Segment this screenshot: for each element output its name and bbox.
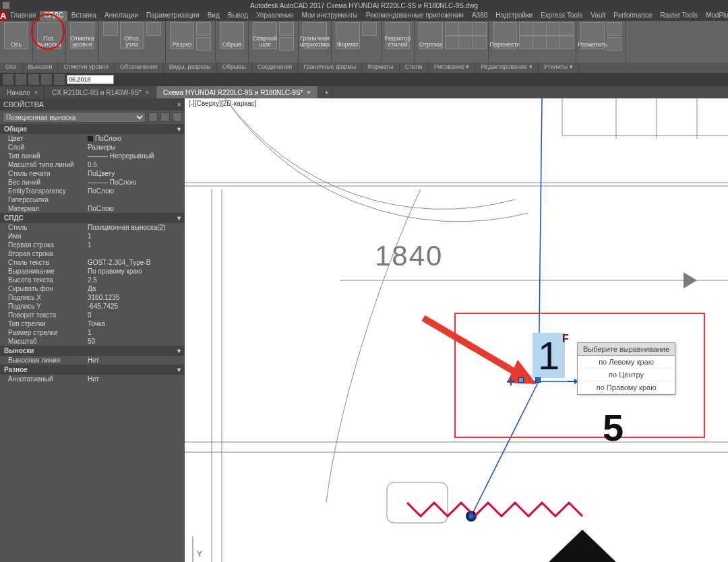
app-logo[interactable]: A [0, 11, 6, 21]
prop-row[interactable]: Подпись X3160.1235 [0, 293, 185, 302]
ribbon-tab-16[interactable]: ModPlus ЕСКД [702, 11, 728, 21]
break-button[interactable]: Обрыв [220, 22, 244, 49]
ribbon-group-3[interactable]: Обозначения [115, 63, 164, 73]
ribbon-group-11[interactable]: Редактирование ▾ [475, 63, 538, 73]
ribbon-group-4[interactable]: Виды, разрезы [164, 63, 217, 73]
qa-2[interactable] [16, 74, 26, 85]
prop-row[interactable]: Масштаб50 [0, 337, 185, 346]
ribbon-tab-2[interactable]: Вставка [67, 11, 100, 21]
ribbon-tab-10[interactable]: A360 [468, 11, 491, 21]
prop-row[interactable]: Подпись Y-645.7425 [0, 302, 185, 311]
doc-tab-0[interactable]: Начало× [0, 86, 45, 98]
prop-row[interactable]: Высота текста2.5 [0, 276, 185, 284]
pickset-icon[interactable] [160, 113, 170, 122]
ribbon-tab-12[interactable]: Express Tools [537, 11, 586, 21]
grip-plus[interactable] [507, 376, 515, 388]
grip-center[interactable] [535, 377, 541, 383]
draw-f[interactable] [472, 36, 487, 49]
prop-row[interactable]: Выносная линияНет [0, 356, 185, 365]
draw-c[interactable] [472, 22, 487, 36]
grip-left[interactable] [518, 377, 524, 383]
quick-select-icon[interactable] [148, 113, 158, 122]
context-menu-item-0[interactable]: по Левому краю [578, 356, 675, 369]
context-menu-item-2[interactable]: по Правому краю [578, 381, 675, 394]
ed-b[interactable] [533, 22, 547, 36]
section-button[interactable]: Разрез [170, 22, 194, 49]
move-button[interactable]: Перенести [493, 22, 517, 49]
ribbon-tab-7[interactable]: Управление [252, 11, 298, 21]
prop-row[interactable]: СтильПозиционная выноска(2) [0, 223, 185, 232]
grip-endpoint[interactable] [468, 513, 474, 519]
prop-row[interactable]: EntityTransparencyПоСлою [0, 187, 185, 195]
prop-row[interactable]: Имя1 [0, 232, 185, 241]
prop-row[interactable]: Тип стрелкиТочка [0, 319, 185, 328]
prop-section[interactable]: СПДС▾ [0, 213, 185, 223]
prop-section[interactable]: Разное▾ [0, 365, 185, 375]
draw-b[interactable] [458, 22, 473, 36]
close-tab-icon[interactable]: × [146, 89, 149, 96]
marking-button[interactable]: Разметить [580, 22, 605, 49]
object-type-dropdown[interactable]: Позиционная выноска [3, 112, 146, 123]
prop-row[interactable]: Стиль печатиПоЦвету [0, 169, 185, 178]
ed-g[interactable] [546, 36, 561, 49]
ribbon-group-9[interactable]: Стили [400, 63, 429, 73]
ribbon-small-4[interactable] [196, 37, 211, 51]
ribbon-group-6[interactable]: Соединения [252, 63, 298, 73]
qa-1[interactable] [3, 74, 13, 85]
prop-row[interactable]: Скрывать фонДа [0, 284, 185, 293]
qa-4[interactable] [41, 74, 52, 85]
format-button[interactable]: Формат [336, 22, 360, 49]
ribbon-group-10[interactable]: Рисование ▾ [429, 63, 476, 73]
leader-text[interactable]: 1 [533, 333, 565, 378]
ribbon-group-5[interactable]: Обрывы [217, 63, 252, 73]
context-menu-item-1[interactable]: по Центру [578, 369, 675, 381]
ed-d[interactable] [559, 22, 574, 36]
ribbon-tab-5[interactable]: Вид [204, 11, 224, 21]
ribbon-small-6[interactable] [279, 37, 294, 51]
draw-d[interactable] [445, 36, 460, 49]
prop-row[interactable]: ЦветПоСлою [0, 134, 185, 143]
prop-row[interactable]: Тип линий——— Непрерывный [0, 152, 185, 160]
prop-row[interactable]: Вторая строка [0, 249, 185, 258]
ribbon-tab-15[interactable]: Raster Tools [657, 11, 702, 21]
weld-button[interactable]: Сварной шов [253, 22, 277, 49]
hatch-button[interactable]: Граничная штриховка [303, 22, 327, 49]
draw-e[interactable] [458, 36, 473, 49]
ribbon-tab-11[interactable]: Надстройки [491, 11, 537, 21]
ribbon-tab-6[interactable]: Вывод [224, 11, 252, 21]
qa-3[interactable] [28, 74, 39, 85]
ed-c[interactable] [546, 22, 561, 36]
close-icon[interactable]: × [177, 100, 181, 108]
prop-row[interactable]: СлойРазмеры [0, 143, 185, 152]
prop-row[interactable]: ВыравниваниеПо правому краю [0, 267, 185, 276]
prop-row[interactable]: АннотативныйНет [0, 375, 185, 383]
close-tab-icon[interactable]: × [307, 89, 311, 96]
ribbon-small-1[interactable] [103, 22, 118, 36]
doc-tab-1[interactable]: CX R210LC-9S и R140W-9S*× [45, 86, 156, 98]
ribbon-tab-4[interactable]: Параметризация [142, 11, 204, 21]
prop-row[interactable]: Размер стрелки1 [0, 328, 185, 337]
prop-row[interactable]: Гиперссылка [0, 195, 185, 204]
util-a[interactable] [607, 22, 621, 36]
qa-5[interactable] [54, 74, 65, 85]
ribbon-group-0[interactable]: Оси [0, 63, 23, 73]
ribbon-tab-14[interactable]: Performance [609, 11, 656, 21]
layer-combobox[interactable] [67, 75, 114, 84]
ribbon-tab-3[interactable]: Аннотации [100, 11, 142, 21]
prop-row[interactable]: Масштаб типа линий0.5 [0, 160, 185, 169]
ed-h[interactable] [559, 36, 574, 49]
ribbon-group-1[interactable]: Выноски [23, 63, 59, 73]
prop-section[interactable]: Выноски▾ [0, 346, 185, 356]
prop-row[interactable]: Первая строка1 [0, 241, 185, 249]
ribbon-tab-8[interactable]: Мои инструменты [298, 11, 362, 21]
util-b[interactable] [607, 37, 621, 51]
ribbon-group-8[interactable]: Форматы [362, 63, 399, 73]
node-mark-button[interactable]: Обоз. узла [120, 22, 144, 49]
quick-calc-icon[interactable] [173, 113, 182, 122]
prop-row[interactable]: Вес линий——— ПоСлою [0, 178, 185, 187]
ribbon-small-5[interactable] [279, 22, 294, 36]
ribbon-group-12[interactable]: Утилиты ▾ [539, 63, 579, 73]
doc-tab-2[interactable]: Схема HYUNDAI R220LC-9S и R180NLC-9S*× [156, 86, 318, 98]
ribbon-small-2[interactable] [146, 22, 161, 36]
prop-section[interactable]: Общие▾ [0, 124, 185, 134]
